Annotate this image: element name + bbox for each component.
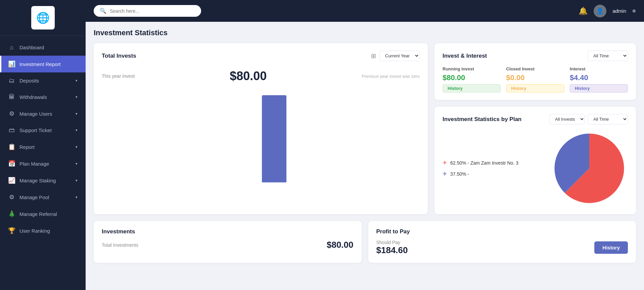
interest-value: $4.40 <box>570 73 628 82</box>
running-invest-stat: Running Invest $80.00 History <box>443 66 501 93</box>
total-invests-header: Total Invests ⊞ Current YearLast YearAll… <box>102 51 420 61</box>
legend-icon-0: ✈ <box>443 160 447 166</box>
plan-time-dropdown[interactable]: All TimeCurrent YearLast Year <box>588 114 628 124</box>
invest-interest-card: Invest & Interest All TimeCurrent YearLa… <box>434 43 636 100</box>
sidebar-item-manage-staking[interactable]: 📈Manage Staking▾ <box>0 172 86 189</box>
nav-icon-investment-report: 📊 <box>8 60 15 68</box>
nav-label-manage-referral: Manage Referral <box>19 211 57 217</box>
nav-label-dashboard: Dashboard <box>19 45 44 50</box>
plan-invests-dropdown[interactable]: All InvestsRunningClosed <box>549 114 585 124</box>
chevron-icon-manage-users: ▾ <box>76 112 78 116</box>
pie-svg <box>551 130 628 207</box>
nav-icon-withdrawals: 🏛 <box>8 94 15 101</box>
invest-interest-header: Invest & Interest All TimeCurrent YearLa… <box>443 51 628 61</box>
invest-interest-grid: Running Invest $80.00 History Closed Inv… <box>443 66 628 93</box>
total-invests-card: Total Invests ⊞ Current YearLast YearAll… <box>94 43 428 214</box>
nav-label-manage-pool: Manage Pool <box>19 194 49 200</box>
nav-label-plan-manage: Plan Manage <box>19 161 49 167</box>
sidebar-item-withdrawals[interactable]: 🏛Withdrawals▾ <box>0 89 86 105</box>
nav-icon-manage-pool: ⚙ <box>8 193 15 201</box>
chevron-icon-deposits: ▾ <box>76 78 78 83</box>
legend-item-1: ✈37.50% - <box>443 171 543 177</box>
avatar: 👤 <box>594 5 606 17</box>
plan-stats-header: Investment Statistics by Plan All Invest… <box>443 114 628 124</box>
interest-label: Interest <box>570 66 628 71</box>
plan-stats-controls: All InvestsRunningClosed All TimeCurrent… <box>549 114 628 124</box>
plan-stats-title: Investment Statistics by Plan <box>443 116 521 123</box>
sidebar-item-manage-pool[interactable]: ⚙Manage Pool▾ <box>0 189 86 206</box>
investments-title: Investments <box>102 228 354 235</box>
chevron-icon-report: ▾ <box>76 145 78 149</box>
logo-box: 🌐 <box>31 6 55 30</box>
content: Investment Statistics Total Invests ⊞ Cu… <box>86 22 644 290</box>
profit-history-button[interactable]: History <box>594 241 628 254</box>
nav-label-deposits: Deposits <box>19 78 39 83</box>
search-bar[interactable]: 🔍 <box>94 5 201 17</box>
bottom-grid: Investments Total Investments $80.00 Pro… <box>94 221 636 263</box>
sidebar-item-report[interactable]: 📋Report▾ <box>0 138 86 155</box>
logo-icon: 🌐 <box>36 11 50 24</box>
interest-history[interactable]: History <box>570 84 628 93</box>
user-name: admin <box>612 8 626 14</box>
sidebar-item-deposits[interactable]: 🗂Deposits▾ <box>0 72 86 89</box>
nav-icon-manage-staking: 📈 <box>8 177 15 184</box>
chevron-icon-plan-manage: ▾ <box>76 162 78 166</box>
sidebar-item-dashboard[interactable]: ⌂Dashboard <box>0 39 86 56</box>
nav-icon-support-ticket: 🗃 <box>8 127 15 134</box>
should-pay-label: Should Pay <box>376 240 408 245</box>
sidebar-item-manage-referral[interactable]: 🎄Manage Referral <box>0 206 86 222</box>
total-investments-label: Total Investments <box>102 242 138 248</box>
nav-label-manage-users: Manage Users <box>19 111 52 117</box>
main-area: 🔍 🔔 👤 admin ⚙ Investment Statistics Tota… <box>86 0 644 290</box>
sidebar-item-plan-manage[interactable]: 📅Plan Manage▾ <box>0 155 86 172</box>
nav-label-report: Report <box>19 144 35 150</box>
profit-inner: Should Pay $184.60 History <box>376 240 628 255</box>
total-invests-dropdown[interactable]: Current YearLast YearAll Time <box>379 51 420 61</box>
expand-icon[interactable]: ⊞ <box>371 52 376 60</box>
profit-left: Should Pay $184.60 <box>376 240 408 255</box>
legend-icon-1: ✈ <box>443 171 447 177</box>
total-invests-title: Total Invests <box>102 53 136 59</box>
closed-invest-history[interactable]: History <box>506 84 564 93</box>
running-invest-label: Running Invest <box>443 66 501 71</box>
nav-icon-dashboard: ⌂ <box>8 44 15 51</box>
notification-icon[interactable]: 🔔 <box>579 7 588 15</box>
chevron-icon-manage-pool: ▾ <box>76 195 78 199</box>
bar-6 <box>262 95 286 182</box>
total-investments-value: $80.00 <box>327 240 354 250</box>
running-invest-value: $80.00 <box>443 73 501 82</box>
nav-label-withdrawals: Withdrawals <box>19 94 47 100</box>
profit-title: Profit to Pay <box>376 228 628 235</box>
header: 🔍 🔔 👤 admin ⚙ <box>86 0 644 22</box>
legend-text-0: 62.50% - Zam Zam Investr No. 3 <box>450 160 518 166</box>
header-right: 🔔 👤 admin ⚙ <box>579 5 636 17</box>
invest-summary: This year invest $80.00 Previous year in… <box>102 66 420 83</box>
sidebar-item-investment-report[interactable]: 📊Investment Report <box>0 56 86 72</box>
nav-icon-manage-users: ⚙ <box>8 110 15 117</box>
sidebar-logo: 🌐 <box>0 0 86 36</box>
invest-interest-dropdown[interactable]: All TimeCurrent YearLast Year <box>588 51 628 61</box>
page-title: Investment Statistics <box>94 28 636 37</box>
closed-invest-label: Closed Invest <box>506 66 564 71</box>
sidebar-item-support-ticket[interactable]: 🗃Support Ticket▾ <box>0 122 86 138</box>
chevron-icon-withdrawals: ▾ <box>76 95 78 99</box>
interest-stat: Interest $4.40 History <box>570 66 628 93</box>
total-invests-controls: ⊞ Current YearLast YearAll Time <box>371 51 420 61</box>
legend-item-0: ✈62.50% - Zam Zam Investr No. 3 <box>443 160 543 166</box>
nav-label-support-ticket: Support Ticket <box>19 127 52 133</box>
closed-invest-stat: Closed Invest $0.00 History <box>506 66 564 93</box>
active-bar <box>0 56 1 72</box>
running-invest-history[interactable]: History <box>443 84 501 93</box>
user-settings-icon[interactable]: ⚙ <box>632 9 636 13</box>
investments-card: Investments Total Investments $80.00 <box>94 221 362 263</box>
prev-year-text: Previous year invest was zero <box>362 74 420 79</box>
sidebar-item-manage-users[interactable]: ⚙Manage Users▾ <box>0 105 86 122</box>
avatar-icon: 👤 <box>596 7 604 15</box>
nav-icon-manage-referral: 🎄 <box>8 210 15 218</box>
nav-label-manage-staking: Manage Staking <box>19 178 56 183</box>
profit-card: Profit to Pay Should Pay $184.60 History <box>368 221 636 263</box>
search-input[interactable] <box>110 8 195 14</box>
sidebar-item-user-ranking[interactable]: 🏆User Ranking <box>0 222 86 239</box>
plan-legend: ✈62.50% - Zam Zam Investr No. 3✈37.50% - <box>443 160 543 177</box>
should-pay-value: $184.60 <box>376 245 408 255</box>
